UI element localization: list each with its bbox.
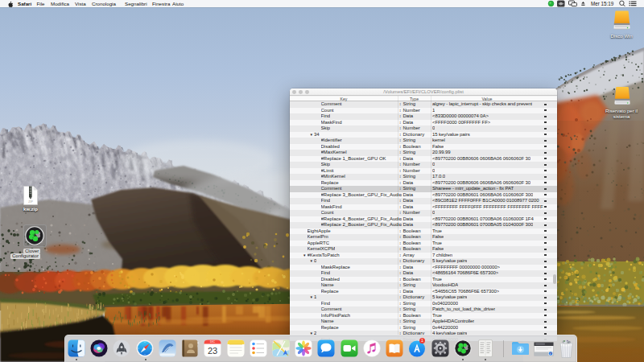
svg-text:ZIP: ZIP <box>28 200 33 204</box>
svg-text:DIC: DIC <box>210 340 215 343</box>
svg-text:23: 23 <box>208 346 217 356</box>
